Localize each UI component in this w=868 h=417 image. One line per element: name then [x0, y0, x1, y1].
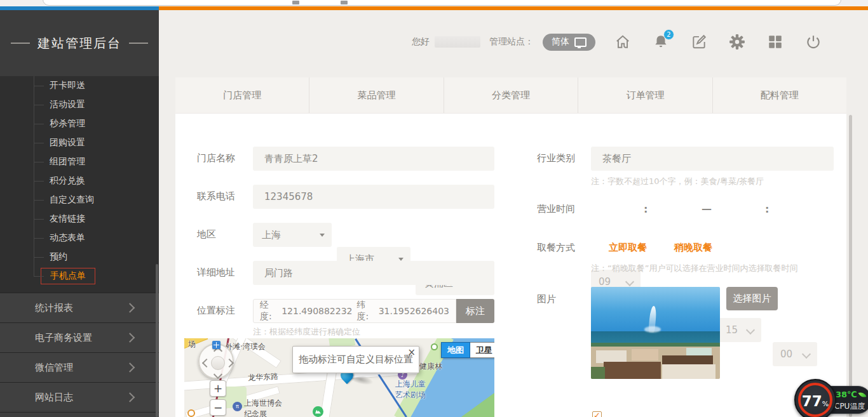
sidebar-item[interactable]: 团购设置	[0, 133, 159, 152]
time-colon: :	[644, 203, 648, 215]
sidebar-group[interactable]: 统计报表	[0, 293, 159, 322]
sidebar-item[interactable]: 活动设置	[0, 95, 159, 114]
power-icon[interactable]	[805, 34, 822, 50]
sidebar-item[interactable]: 开卡即送	[0, 76, 159, 95]
address-input[interactable]: 局门路	[253, 261, 494, 285]
tab-dish-management[interactable]: 菜品管理	[309, 77, 443, 113]
language-button[interactable]: 简体	[543, 34, 595, 51]
choose-image-button[interactable]: 选择图片	[726, 287, 778, 310]
cpu-temp-value: 38℃	[836, 390, 857, 399]
tab-label: 门店管理	[223, 89, 261, 102]
zoom-out-label: −	[214, 401, 222, 414]
main-scrollbar[interactable]	[849, 115, 852, 417]
pickup-now-checkbox[interactable]	[592, 411, 602, 417]
zoom-in-label: +	[214, 382, 222, 395]
browser-text-fragment	[292, 1, 299, 4]
monitor-icon	[574, 37, 587, 47]
sidebar-item[interactable]: 积分兑换	[0, 171, 159, 190]
sidebar-group[interactable]: 电子商务设置	[0, 322, 159, 352]
mark-button-label: 标注	[466, 305, 485, 317]
greeting-text: 您好	[412, 36, 430, 48]
chevron-right-icon	[125, 362, 135, 373]
browser-text-fragment	[341, 1, 348, 4]
map-zoom-in-button[interactable]: +	[210, 380, 226, 397]
chevron-down-icon	[802, 350, 811, 359]
region-label: 地区	[197, 228, 216, 241]
sidebar-item-label: 预约	[50, 251, 67, 263]
map-zoom-out-button[interactable]: −	[210, 399, 226, 416]
tab-category-management[interactable]: 分类管理	[444, 77, 578, 113]
sidebar-item-label: 自定义查询	[50, 194, 94, 206]
latitude-label: 纬度:	[357, 300, 374, 322]
tab-label: 分类管理	[492, 89, 530, 102]
edit-icon[interactable]	[691, 34, 707, 50]
sidebar-item[interactable]: 友情链接	[0, 209, 159, 228]
sidebar-item-label: 开卡即送	[50, 80, 85, 91]
sidebar-item[interactable]: 自定义查询	[0, 190, 159, 209]
chevron-down-icon	[625, 277, 634, 286]
chevron-right-icon	[125, 333, 135, 343]
chevron-right-icon	[125, 392, 135, 402]
tooltip-text: 拖动标注可自定义目标位置	[299, 354, 413, 366]
screen: 建站管理后台 开卡即送 活动设置 秒杀管理 团购设置 组团管理 积分兑换 自定义…	[0, 0, 868, 417]
pan-knob[interactable]	[211, 356, 225, 370]
pan-right-icon[interactable]	[225, 359, 234, 367]
close-icon[interactable]: ×	[407, 347, 416, 358]
sidebar-item-label: 活动设置	[50, 99, 85, 110]
phone-input[interactable]: 12345678	[253, 185, 494, 209]
location-note: 注：根据经纬度进行精确定位	[253, 326, 360, 338]
tab-order-management[interactable]: 订单管理	[578, 77, 712, 113]
map-widget[interactable]: 场 外滩·湾璞会 龙华东路 健康林 上海儿童艺术剧场 上海世博会纪念展 π ♪ …	[184, 338, 494, 417]
sidebar-item[interactable]: 组团管理	[0, 152, 159, 171]
pan-left-icon[interactable]	[202, 359, 211, 367]
tab-label: 菜品管理	[358, 89, 396, 102]
coordinates-box[interactable]: 经度: 121.490882232 纬度: 31.1952626403	[253, 299, 456, 323]
sidebar-group[interactable]: 网站日志	[0, 382, 159, 412]
cpu-usage-gauge[interactable]: 77 %	[794, 379, 836, 417]
pickup-now-label[interactable]: 立即取餐	[609, 242, 647, 254]
map-type-satellite-button[interactable]: 卫星	[470, 342, 494, 358]
sidebar-title: 建站管理后台	[0, 10, 159, 76]
address-label: 详细地址	[197, 267, 235, 279]
sidebar-item[interactable]: 预约	[0, 248, 159, 267]
map-label-theater: 上海儿童艺术剧场	[395, 379, 426, 400]
sidebar-group[interactable]: 微信管理	[0, 352, 159, 382]
longitude-label: 经度:	[260, 300, 277, 322]
sidebar-item[interactable]: 动态表单	[0, 228, 159, 248]
province-select[interactable]: 上海	[253, 223, 332, 247]
pickup-later-label[interactable]: 稍晚取餐	[674, 242, 712, 254]
map-type-map-button[interactable]: 地图	[441, 342, 470, 358]
cpu-ring: 77 %	[798, 383, 832, 417]
sidebar: 建站管理后台 开卡即送 活动设置 秒杀管理 团购设置 组团管理 积分兑换 自定义…	[0, 10, 159, 417]
browser-address-bar[interactable]	[43, 0, 841, 6]
username-redacted	[435, 36, 480, 48]
mark-location-button[interactable]: 标注	[456, 299, 494, 323]
end-hour-value: 15	[726, 324, 738, 336]
category-input[interactable]: 茶餐厅	[591, 147, 834, 171]
phone-value: 12345678	[264, 191, 313, 202]
apps-grid-icon[interactable]	[767, 34, 783, 50]
tab-ingredient-management[interactable]: 配料管理	[712, 77, 846, 113]
leaf-icon	[858, 390, 866, 399]
category-note: 注：字数不超过10个字，例：美食/粤菜/茶餐厅	[591, 176, 764, 187]
sidebar-scrollbar[interactable]	[156, 264, 158, 417]
bell-icon[interactable]: 2	[653, 34, 669, 50]
cpu-percent-sign: %	[822, 400, 829, 408]
choose-image-label: 选择图片	[733, 293, 771, 305]
pickup-label: 取餐方式	[537, 242, 575, 254]
store-name-input[interactable]: 青青原上草2	[253, 147, 494, 171]
category-label: 行业类别	[537, 152, 575, 164]
end-minute-select[interactable]: 00	[773, 342, 817, 366]
chevron-down-icon	[746, 326, 755, 334]
sidebar-item-active[interactable]: 手机点单	[0, 267, 159, 286]
sidebar-item[interactable]: 秒杀管理	[0, 114, 159, 133]
map-type-map-label: 地图	[447, 345, 464, 356]
pan-down-icon[interactable]	[214, 370, 222, 379]
map-overview-icon[interactable]	[212, 341, 220, 349]
end-hour-select[interactable]: 15	[718, 318, 761, 342]
tab-store-management[interactable]: 门店管理	[175, 77, 309, 113]
map-label-expo: 上海世博会纪念展	[244, 398, 282, 417]
gear-icon[interactable]	[729, 34, 745, 50]
location-label: 位置标注	[197, 305, 235, 317]
home-icon[interactable]	[614, 34, 631, 50]
